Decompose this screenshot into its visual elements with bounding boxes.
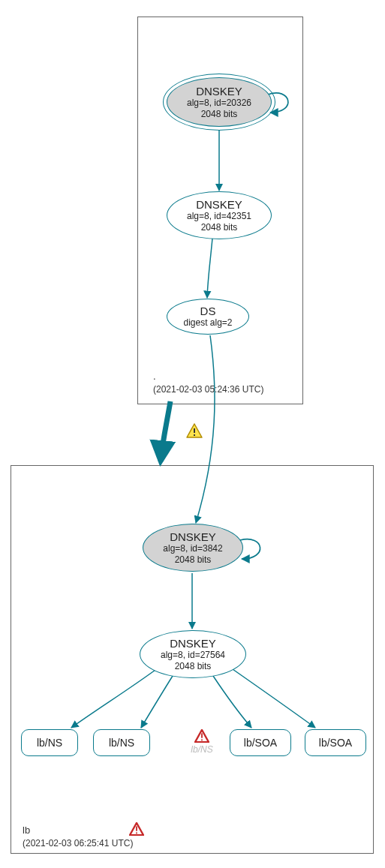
node-sub1: alg=8, id=27564 bbox=[161, 650, 225, 661]
zone-lb-label: lb (2021-02-03 06:25:41 UTC) bbox=[23, 824, 133, 850]
node-sub1: alg=8, id=20326 bbox=[187, 98, 251, 109]
node-sub2: 2048 bits bbox=[201, 222, 238, 233]
zone-timestamp: (2021-02-03 06:25:41 UTC) bbox=[23, 837, 133, 850]
svg-rect-0 bbox=[194, 428, 195, 433]
node-sub2: 2048 bits bbox=[201, 109, 238, 120]
svg-rect-2 bbox=[201, 733, 203, 737]
svg-rect-3 bbox=[201, 740, 203, 741]
rr-label: lb/SOA bbox=[319, 737, 352, 749]
svg-rect-5 bbox=[136, 833, 137, 834]
zone-error-icon[interactable] bbox=[129, 822, 144, 838]
zone-name: lb bbox=[23, 824, 133, 837]
node-title: DS bbox=[200, 305, 216, 317]
rrset-lb-soa-2[interactable]: lb/SOA bbox=[305, 729, 366, 756]
zone-root-label: . (2021-02-03 05:24:36 UTC) bbox=[153, 370, 263, 396]
rr-label-ghost: lb/NS bbox=[179, 744, 224, 755]
dnskey-root-zsk[interactable]: DNSKEY alg=8, id=42351 2048 bits bbox=[167, 191, 272, 239]
node-sub2: 2048 bits bbox=[175, 554, 212, 566]
node-sub1: digest alg=2 bbox=[183, 317, 232, 329]
rrset-lb-ns-error[interactable]: lb/NS bbox=[179, 729, 224, 755]
rrset-lb-ns-1[interactable]: lb/NS bbox=[21, 729, 78, 756]
rr-label: lb/SOA bbox=[244, 737, 277, 749]
node-sub2: 2048 bits bbox=[175, 661, 212, 672]
dnskey-root-ksk[interactable]: DNSKEY alg=8, id=20326 2048 bits bbox=[167, 77, 272, 127]
dnskey-lb-ksk[interactable]: DNSKEY alg=8, id=3842 2048 bits bbox=[143, 524, 243, 572]
svg-rect-1 bbox=[194, 434, 195, 436]
node-title: DNSKEY bbox=[196, 85, 242, 98]
ds-node[interactable]: DS digest alg=2 bbox=[167, 299, 249, 335]
rrset-lb-ns-2[interactable]: lb/NS bbox=[93, 729, 150, 756]
node-title: DNSKEY bbox=[196, 198, 242, 211]
zone-timestamp: (2021-02-03 05:24:36 UTC) bbox=[153, 383, 263, 396]
rr-label: lb/NS bbox=[37, 737, 62, 749]
rrset-lb-soa-1[interactable]: lb/SOA bbox=[230, 729, 291, 756]
node-title: DNSKEY bbox=[170, 637, 216, 650]
node-sub1: alg=8, id=3842 bbox=[163, 543, 222, 554]
zone-name: . bbox=[153, 370, 263, 383]
node-title: DNSKEY bbox=[170, 530, 216, 543]
svg-rect-4 bbox=[136, 826, 137, 830]
node-sub1: alg=8, id=42351 bbox=[187, 211, 251, 222]
error-icon bbox=[194, 729, 209, 743]
warning-icon[interactable] bbox=[186, 423, 203, 440]
dnskey-lb-zsk[interactable]: DNSKEY alg=8, id=27564 2048 bits bbox=[140, 630, 246, 678]
rr-label: lb/NS bbox=[109, 737, 134, 749]
